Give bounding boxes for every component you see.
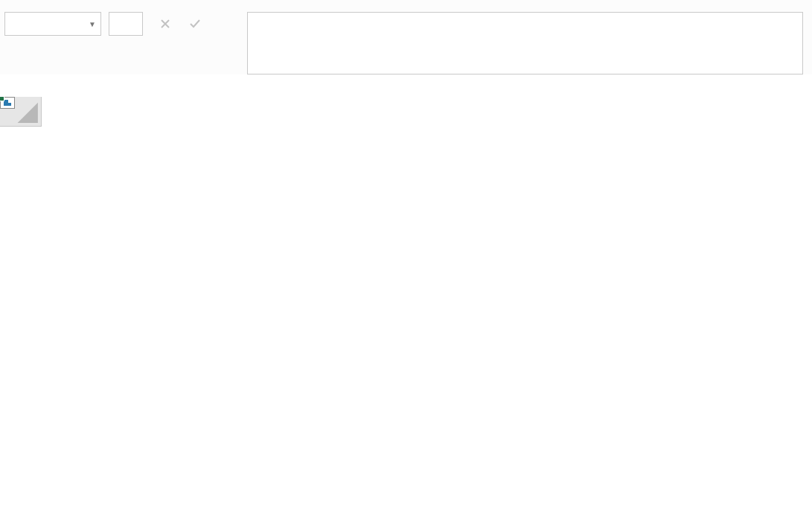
fx-icon[interactable] [210, 12, 240, 36]
autofill-options-icon[interactable] [0, 97, 15, 109]
svg-marker-0 [18, 103, 38, 123]
name-box-extender[interactable] [109, 12, 143, 36]
name-box[interactable]: ▼ [4, 12, 101, 36]
confirm-icon [180, 12, 210, 36]
cancel-icon [150, 12, 180, 36]
formula-input[interactable] [247, 12, 803, 74]
formula-bar-buttons [150, 12, 240, 36]
formula-bar-area: ▼ [0, 0, 812, 74]
chevron-down-icon[interactable]: ▼ [86, 20, 96, 28]
